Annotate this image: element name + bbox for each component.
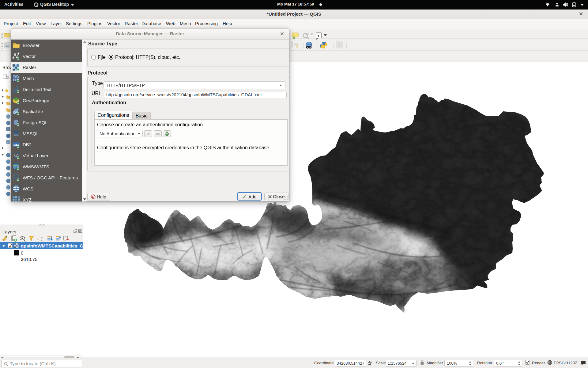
svg-text:ε: ε — [37, 236, 39, 241]
svg-text:T: T — [317, 33, 320, 38]
svg-text:?: ? — [338, 42, 341, 48]
